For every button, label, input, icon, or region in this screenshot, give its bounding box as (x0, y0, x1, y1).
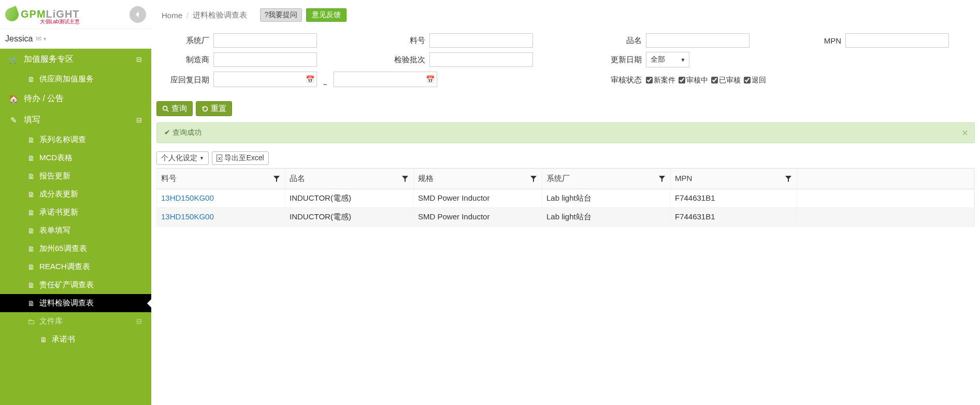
home-icon: 🏠 (8, 94, 19, 104)
sidebar-item-10[interactable]: 🗀文件库⊟ (0, 312, 151, 330)
table-cell: SMD Power Inductor (414, 208, 542, 226)
input-lot[interactable] (429, 52, 533, 67)
input-replydate-to[interactable]: 📅 (334, 72, 437, 87)
sidebar-item-7[interactable]: 🗎REACH调查表 (0, 258, 151, 276)
grid-col-2[interactable]: 规格 (414, 169, 542, 189)
brand-logo[interactable]: GPMLiGHT 大倡Lab测试主意 (5, 8, 80, 21)
sidebar-collapse-button[interactable] (129, 6, 146, 23)
doc-icon: 🗎 (27, 245, 35, 253)
mail-icon: ✉ (36, 35, 41, 43)
table-cell: Lab light站台 (542, 208, 671, 226)
table-row: 13HD150KG00INDUCTOR(電感)SMD Power Inducto… (157, 208, 974, 227)
label-upd: 更新日期 (554, 52, 646, 67)
status-checkbox-input[interactable] (744, 77, 751, 83)
status-checkbox-label: 审核中 (686, 76, 708, 84)
leaf-icon (3, 6, 20, 23)
results-grid: 料号品名规格系统厂MPN 13HD150KG00INDUCTOR(電感)SMD … (156, 168, 975, 227)
sidebar-section-vas-label: 加值服务专区 (24, 54, 74, 65)
sidebar-item-2[interactable]: 🗎报告更新 (0, 167, 151, 185)
grid-col-4[interactable]: MPN (671, 169, 797, 189)
table-cell: F744631B1 (671, 189, 797, 207)
table-cell: INDUCTOR(電感) (285, 208, 414, 226)
partno-link[interactable]: 13HD150KG00 (161, 212, 214, 221)
sidebar-section-vas[interactable]: 🛒 加值服务专区 ⊟ (0, 49, 151, 70)
sidebar-section-todo[interactable]: 🏠 待办 / 公告 (0, 88, 151, 109)
breadcrumb-current: 进料检验调查表 (193, 10, 247, 20)
status-checkbox-3[interactable]: 退回 (744, 76, 766, 84)
sidebar-item-8[interactable]: 🗎责任矿产调查表 (0, 276, 151, 294)
check-icon: ✔ (164, 128, 170, 136)
search-button[interactable]: 查询 (156, 101, 193, 116)
chevron-down-icon: ▼ (681, 57, 686, 63)
export-excel-button[interactable]: x 导出至Excel (212, 151, 269, 165)
label-replydate: 应回复日期 (162, 72, 213, 89)
input-replydate-from[interactable]: 📅 (213, 72, 317, 87)
reset-button[interactable]: 重置 (196, 101, 232, 116)
doc-icon: 🗎 (27, 172, 35, 180)
table-cell[interactable]: 13HD150KG00 (157, 208, 285, 226)
feedback-button[interactable]: 意见反馈 (306, 8, 347, 22)
doc-icon: 🗎 (27, 154, 35, 162)
breadcrumb: Home / 进料检验调查表 ?我要提问 意见反馈 (151, 0, 980, 26)
input-maker[interactable] (213, 52, 317, 67)
select-update-date-value: 全部 (651, 55, 665, 64)
svg-point-0 (163, 106, 167, 110)
status-checkbox-input[interactable] (679, 77, 685, 83)
sidebar-item-vas-0[interactable]: 🗎 供应商加值服务 (0, 70, 151, 88)
alert-text: 查询成功 (172, 128, 201, 136)
grid-col-label: 料号 (161, 174, 177, 183)
grid-col-label: 系统厂 (546, 174, 570, 183)
sidebar-item-label: REACH调查表 (39, 262, 90, 272)
grid-col-3[interactable]: 系统厂 (542, 169, 671, 189)
sidebar-item-5[interactable]: 🗎表单填写 (0, 221, 151, 240)
input-pname[interactable] (646, 33, 750, 48)
status-checkbox-1[interactable]: 审核中 (679, 76, 708, 84)
sidebar-item-6[interactable]: 🗎加州65调查表 (0, 240, 151, 258)
sidebar-item-label: 承诺书更新 (39, 207, 78, 217)
alert-close-button[interactable]: × (962, 127, 968, 139)
user-menu[interactable]: Jessica ✉ ▾ (0, 29, 151, 49)
sidebar-item-label: 成分表更新 (39, 189, 78, 199)
select-update-date[interactable]: 全部 ▼ (646, 52, 689, 67)
status-checkbox-0[interactable]: 新案件 (646, 76, 675, 84)
arrow-left-icon (134, 10, 142, 19)
sidebar-item-label: 责任矿产调查表 (39, 280, 94, 290)
input-system[interactable] (213, 33, 317, 48)
sidebar-subitem[interactable]: 🗎承诺书 (0, 330, 151, 348)
filter-icon[interactable] (530, 174, 537, 183)
doc-icon: 🗎 (27, 299, 35, 308)
filter-icon[interactable] (659, 174, 665, 183)
sidebar-item-label: 加州65调查表 (39, 244, 87, 254)
table-cell: Lab light站台 (542, 189, 671, 207)
sidebar-item-0[interactable]: 🗎系列名称调查 (0, 131, 151, 149)
grid-col-spacer (797, 169, 974, 189)
grid-col-label: MPN (675, 174, 692, 183)
sidebar-item-9[interactable]: 🗎进料检验调查表 (0, 294, 151, 312)
filter-icon[interactable] (273, 174, 280, 183)
filter-icon[interactable] (785, 174, 791, 183)
ask-question-button[interactable]: ?我要提问 (260, 8, 302, 22)
filter-icon[interactable] (402, 174, 408, 183)
status-checkbox-label: 退回 (752, 76, 766, 84)
sidebar-section-fill-label: 填写 (24, 115, 40, 125)
input-partno[interactable] (429, 33, 533, 48)
status-checkbox-input[interactable] (646, 77, 653, 83)
table-cell[interactable]: 13HD150KG00 (157, 189, 285, 207)
status-checkbox-input[interactable] (711, 77, 718, 83)
grid-col-0[interactable]: 料号 (157, 169, 285, 189)
brand-subtitle: 大倡Lab测试主意 (40, 18, 80, 25)
sidebar-item-1[interactable]: 🗎MCD表格 (0, 149, 151, 167)
partno-link[interactable]: 13HD150KG00 (161, 193, 214, 202)
sidebar-item-4[interactable]: 🗎承诺书更新 (0, 203, 151, 221)
collapse-minus-icon: ⊟ (136, 55, 142, 63)
status-checkbox-2[interactable]: 已审核 (711, 76, 741, 84)
sidebar-item-3[interactable]: 🗎成分表更新 (0, 185, 151, 203)
input-mpn[interactable] (845, 33, 949, 48)
date-range-sep: ~ (319, 80, 331, 89)
table-cell: INDUCTOR(電感) (285, 189, 414, 207)
folder-icon: 🗀 (27, 317, 35, 326)
grid-col-1[interactable]: 品名 (285, 169, 414, 189)
personalize-button[interactable]: 个人化设定 ▼ (156, 151, 209, 165)
sidebar-section-fill[interactable]: ✎ 填写 ⊟ (0, 109, 151, 131)
breadcrumb-home[interactable]: Home (162, 11, 182, 20)
